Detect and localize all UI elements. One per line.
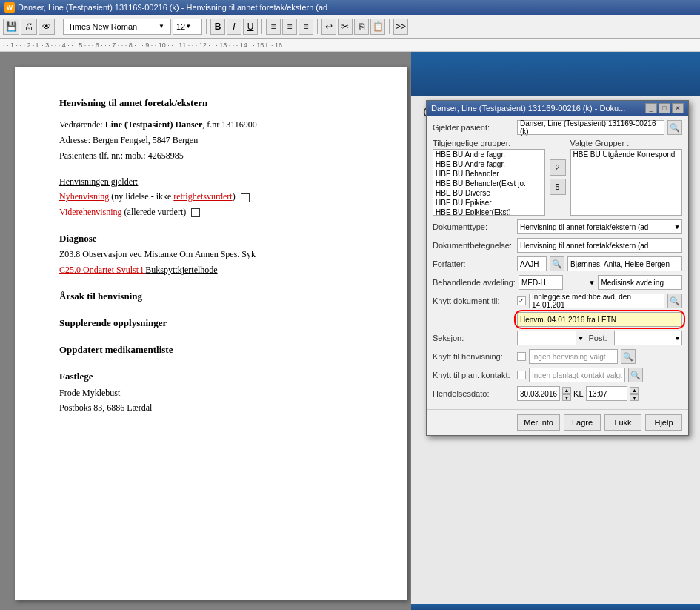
dialog-close-button[interactable]: ✕: [672, 103, 684, 113]
hendelsesdato-label: Hendelsesdato:: [433, 389, 514, 398]
undo-button[interactable]: ↩: [321, 19, 336, 35]
hendelsesdato-input[interactable]: 30.03.2016: [517, 386, 560, 401]
group-item[interactable]: HBE BU Andre faggr.: [433, 159, 544, 169]
align-right-button[interactable]: ≡: [299, 19, 313, 35]
font-dropdown-arrow[interactable]: ▼: [156, 23, 167, 30]
dokumenttype-select[interactable]: Henvisning til annet foretak/ekstern (ad: [517, 219, 682, 234]
doc-supplerende-section: Supplerende opplysninger: [59, 316, 363, 330]
doc-title: Henvisning til annet foretak/ekstern: [59, 96, 363, 110]
group-item[interactable]: HBE BU Epikiser: [433, 198, 544, 208]
knytt-planlagt-search-button[interactable]: 🔍: [628, 368, 643, 382]
ref-checkbox-1[interactable]: [241, 193, 250, 202]
gjelder-search-button[interactable]: 🔍: [667, 120, 682, 135]
henvm-value-input[interactable]: Henvm. 04.01.2016 fra LETN: [517, 312, 682, 327]
mer-info-button[interactable]: Mer info: [517, 414, 560, 431]
dokumentbetegnelse-input[interactable]: Henvisning til annet foretak/ekstern (ad: [517, 238, 682, 253]
selected-groups-panel: Valgte Grupper : HBE BU Utgående Korresp…: [570, 139, 683, 216]
kl-down[interactable]: ▼: [630, 394, 639, 401]
knytt-henvisning-input[interactable]: Ingen henvisning valgt: [529, 349, 618, 364]
knytt-henvisning-search-button[interactable]: 🔍: [621, 349, 636, 364]
post-label: Post:: [589, 334, 611, 342]
forfatter-name-input[interactable]: Bjørnnes, Anita, Helse Bergen: [567, 256, 682, 271]
doc-ref-line1: Nyhenvisning (ny lidelse - ikke rettighe…: [59, 190, 363, 203]
hendelsesdato-spinner[interactable]: ▲ ▼: [562, 387, 571, 401]
group-item[interactable]: HBE BU Diverse: [433, 188, 544, 198]
hendelsesdato-up[interactable]: ▲: [562, 387, 571, 394]
dialog-minimize-button[interactable]: _: [645, 103, 657, 113]
kl-spinner[interactable]: ▲ ▼: [630, 387, 639, 401]
copy-button[interactable]: ⎘: [354, 19, 369, 35]
selected-group-item[interactable]: HBE BU Utgående Korrespond: [571, 150, 682, 159]
doc-oppdatert-section: Oppdatert medikamentliste: [59, 343, 363, 357]
title-bar: W Danser, Line (Testpasient) 131169-0021…: [0, 0, 700, 15]
doc-tlf: Pasientens tlf. nr.: mob.: 42658985: [59, 150, 363, 162]
paste-button[interactable]: 📋: [370, 19, 385, 35]
available-groups-list[interactable]: HBE BU Andre faggr. HBE BU Andre faggr. …: [433, 149, 545, 216]
group-item[interactable]: HBE BU Epikiser(Ekst): [433, 208, 544, 216]
forfatter-search-button[interactable]: 🔍: [550, 256, 564, 271]
doc-fastlege-heading: Fastlege: [59, 370, 363, 383]
bold-button[interactable]: B: [210, 19, 225, 35]
knytt-henvisning-row: Knytt til henvisning: Ingen henvisning v…: [433, 349, 682, 364]
more-button[interactable]: >>: [393, 19, 408, 35]
doc-diagnose-heading: Diagnose: [59, 232, 363, 245]
selected-groups-list[interactable]: HBE BU Utgående Korrespond: [570, 149, 683, 216]
align-center-button[interactable]: ≡: [282, 19, 297, 35]
knytt-checkbox[interactable]: [517, 296, 526, 305]
cut-button[interactable]: ✂: [338, 19, 353, 35]
gjelder-input[interactable]: Danser, Line (Testpasient) 131169-00216 …: [517, 120, 664, 135]
preview-button[interactable]: 👁: [39, 19, 55, 35]
doc-fastlege-section: Fastlege Frode Myklebust Postboks 83, 68…: [59, 370, 363, 414]
doc-supplerende-heading: Supplerende opplysninger: [59, 316, 363, 330]
ref-checkbox-2[interactable]: [191, 208, 200, 217]
dialog-title-bar: Danser, Line (Testpasient) 131169-00216 …: [427, 101, 688, 116]
italic-button[interactable]: I: [227, 19, 241, 35]
kl-up[interactable]: ▲: [630, 387, 639, 394]
knytt-planlagt-input[interactable]: Ingen planlagt kontakt valgt: [529, 368, 625, 382]
doc-ref-heading: Henvisningen gjelder:: [59, 176, 363, 188]
dialog-body: Gjelder pasient: Danser, Line (Testpasie…: [427, 116, 688, 409]
font-selector[interactable]: Times New Roman ▼: [63, 19, 171, 35]
doc-adresse: Adresse: Bergen Fengsel, 5847 Bergen: [59, 134, 363, 147]
henvm-value-wrapper: Henvm. 04.01.2016 fra LETN: [517, 312, 682, 327]
save-button[interactable]: 💾: [3, 19, 19, 35]
forfatter-code-input[interactable]: AAJH: [517, 256, 547, 271]
toolbar-sep-3: [261, 19, 262, 34]
doc-diagnose-line1: Z03.8 Observasjon ved Mistanke Om Annen …: [59, 248, 363, 261]
knytt-planlagt-checkbox[interactable]: [517, 371, 526, 379]
kl-input[interactable]: 13:07: [586, 386, 628, 401]
group-item[interactable]: HBE BU Behandler: [433, 169, 544, 179]
group-item[interactable]: HBE BU Andre faggr.: [433, 150, 544, 159]
knytt-value-input[interactable]: Innleggelse med:hbe.avd, den 14.01.201: [529, 294, 664, 308]
underline-button[interactable]: U: [243, 19, 258, 35]
knytt-henvisning-checkbox[interactable]: [517, 352, 526, 361]
doc-fastlege-name: Frode Myklebust: [59, 387, 363, 400]
remove-group-button[interactable]: 5: [550, 179, 566, 195]
seksjon-select[interactable]: [517, 331, 576, 345]
align-left-button[interactable]: ≡: [266, 19, 281, 35]
print-button[interactable]: 🖨: [21, 19, 37, 35]
doc-arsak-section: Årsak til henvisning: [59, 290, 363, 303]
dialog-restore-button[interactable]: □: [659, 103, 670, 113]
dokumentbetegnelse-label: Dokumentbetegnelse:: [433, 241, 514, 250]
seksjon-row: Seksjon: ▼ Post: ▼: [433, 331, 682, 345]
lukk-button[interactable]: Lukk: [604, 414, 641, 431]
doc-paper[interactable]: Henvisning til annet foretak/ekstern Ved…: [15, 67, 407, 600]
main-area: Henvisning til annet foretak/ekstern Ved…: [0, 52, 700, 610]
font-size-selector[interactable]: 12 ▼: [173, 19, 202, 35]
group-item[interactable]: HBE BU Behandler(Ekst jo.: [433, 179, 544, 188]
behandlende-code-select[interactable]: MED-H: [519, 275, 563, 290]
font-size-display: 12: [176, 22, 185, 31]
app-icon: W: [4, 2, 15, 13]
seksjon-label: Seksjon:: [433, 334, 514, 342]
hjelp-button[interactable]: Hjelp: [645, 414, 682, 431]
lagre-button[interactable]: Lagre: [564, 414, 601, 431]
behandlende-value-input[interactable]: Medisinsk avdeling: [598, 275, 682, 290]
add-group-button[interactable]: 2: [550, 159, 566, 176]
knytt-search-button[interactable]: 🔍: [667, 294, 682, 308]
knytt-planlagt-label: Knytt til plan. kontakt:: [433, 371, 514, 379]
post-select[interactable]: [614, 331, 683, 345]
hendelsesdato-down[interactable]: ▼: [562, 394, 571, 401]
font-size-arrow[interactable]: ▼: [185, 23, 191, 30]
knytt-label: Knytt dokument til:: [433, 296, 514, 305]
